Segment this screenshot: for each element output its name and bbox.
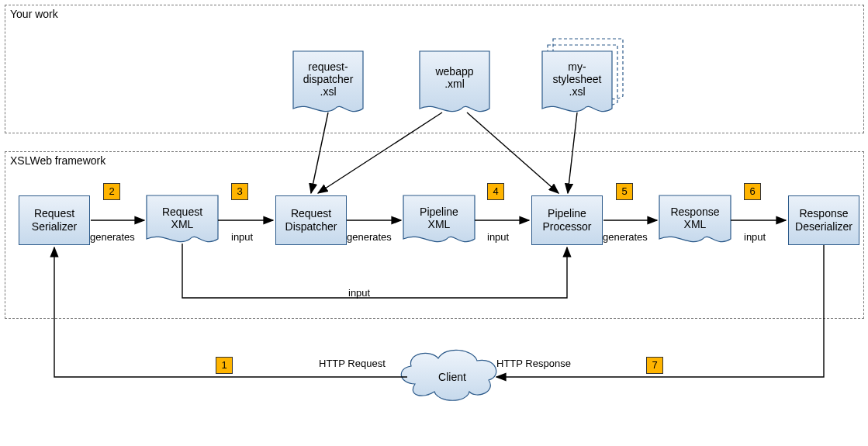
badge-7: 7	[646, 357, 663, 374]
lbl-input-1: input	[231, 231, 253, 243]
box-request-dispatcher: Request Dispatcher	[275, 195, 347, 245]
diagram-root: Your work XSLWeb framework Request Seria…	[0, 0, 868, 446]
box-label: Request Dispatcher	[285, 207, 337, 233]
badge-1: 1	[216, 357, 233, 374]
box-request-serializer: Request Serializer	[19, 195, 90, 245]
box-response-deserializer: Response Deserializer	[788, 195, 859, 245]
badge-4: 4	[487, 183, 504, 200]
badge-6: 6	[744, 183, 761, 200]
lbl-generates-2: generates	[347, 231, 392, 243]
badge-5: 5	[616, 183, 633, 200]
section-your-work: Your work	[5, 5, 864, 133]
box-label: Response Deserializer	[795, 207, 852, 233]
section-label-your-work: Your work	[10, 8, 58, 20]
box-pipeline-processor: Pipeline Processor	[531, 195, 603, 245]
lbl-input-2: input	[487, 231, 509, 243]
lbl-input-loop: input	[348, 287, 370, 299]
lbl-generates-1: generates	[90, 231, 135, 243]
badge-3: 3	[231, 183, 248, 200]
lbl-generates-3: generates	[603, 231, 648, 243]
lbl-http-response: HTTP Response	[496, 358, 571, 369]
badge-2: 2	[103, 183, 120, 200]
section-label-framework: XSLWeb framework	[10, 154, 105, 167]
box-label: Request Serializer	[32, 207, 77, 233]
cloud-client: Client	[401, 350, 496, 400]
lbl-http-request: HTTP Request	[319, 358, 386, 369]
client-label: Client	[438, 371, 466, 383]
lbl-input-3: input	[744, 231, 766, 243]
box-label: Pipeline Processor	[542, 207, 591, 233]
